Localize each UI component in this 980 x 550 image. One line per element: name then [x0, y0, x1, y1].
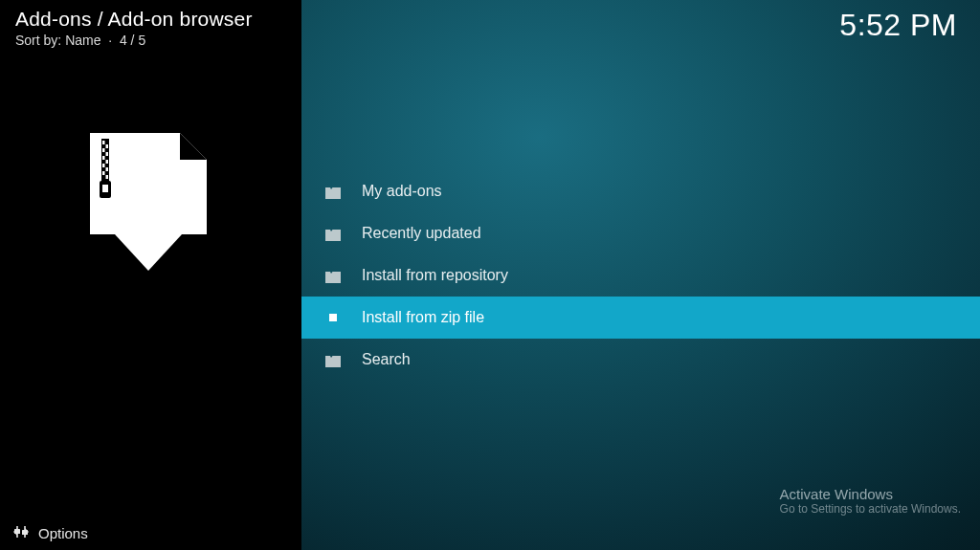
svg-rect-7	[102, 164, 105, 167]
svg-rect-10	[106, 175, 109, 179]
menu-item-label: My add-ons	[362, 183, 442, 200]
options-button[interactable]: Options	[0, 516, 301, 550]
sidebar: Add-ons / Add-on browser Sort by: Name ·…	[0, 0, 301, 550]
menu-item-label: Install from repository	[362, 267, 508, 284]
svg-rect-9	[102, 171, 105, 175]
svg-rect-12	[102, 185, 108, 192]
main-panel: 5:52 PM My add-ons Recently updated Inst…	[301, 0, 980, 550]
install-zip-icon	[77, 129, 220, 276]
menu-item-label: Search	[362, 351, 411, 368]
folder-icon	[325, 270, 341, 281]
menu-item-label: Install from zip file	[362, 309, 484, 326]
breadcrumb: Add-ons / Add-on browser	[0, 0, 301, 31]
svg-rect-4	[106, 152, 109, 156]
svg-rect-5	[102, 156, 105, 160]
windows-activation-watermark: Activate Windows Go to Settings to activ…	[780, 486, 961, 516]
folder-icon	[325, 186, 341, 197]
watermark-sub: Go to Settings to activate Windows.	[780, 502, 961, 516]
clock: 5:52 PM	[839, 8, 957, 43]
svg-rect-6	[106, 160, 109, 164]
watermark-title: Activate Windows	[780, 486, 961, 502]
separator-dot: ·	[104, 33, 116, 48]
folder-icon	[325, 354, 341, 365]
svg-rect-2	[106, 144, 109, 148]
menu-item-recently-updated[interactable]: Recently updated	[301, 212, 980, 254]
svg-rect-13	[130, 200, 167, 238]
menu-item-install-zip[interactable]: Install from zip file	[301, 297, 980, 339]
menu-item-install-repository[interactable]: Install from repository	[301, 254, 980, 297]
menu-item-search[interactable]: Search	[301, 339, 980, 381]
menu-list: My add-ons Recently updated Install from…	[301, 170, 980, 381]
sort-info: Sort by: Name · 4 / 5	[0, 31, 301, 48]
menu-item-label: Recently updated	[362, 225, 481, 242]
folder-icon	[325, 228, 341, 239]
position-counter: 4 / 5	[120, 33, 145, 48]
sort-label: Sort by: Name	[15, 33, 100, 48]
svg-rect-3	[102, 148, 105, 152]
options-label: Options	[38, 525, 88, 541]
svg-rect-1	[102, 141, 105, 144]
menu-item-my-addons[interactable]: My add-ons	[301, 170, 980, 212]
file-icon	[327, 312, 339, 323]
options-icon	[13, 524, 29, 542]
svg-rect-8	[106, 167, 109, 171]
